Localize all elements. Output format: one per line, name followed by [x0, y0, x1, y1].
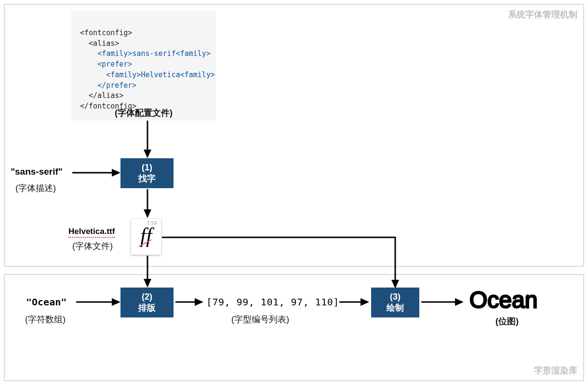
step2-box: (2) 排版 — [120, 288, 174, 317]
code-line: </alias> — [89, 91, 123, 100]
code-line: <fontconfig> — [80, 28, 132, 37]
font-description-caption: (字体描述) — [15, 182, 56, 194]
step1-num: (1) — [120, 162, 174, 173]
code-text: sans-serif — [132, 49, 175, 58]
code-tag: </prefer> — [97, 81, 136, 90]
rendered-bitmap-output: Ocean — [469, 287, 537, 313]
code-text: Helvetica — [141, 70, 180, 79]
chars-caption: (字符数组) — [25, 314, 66, 325]
fontfile-caption: (字体文件) — [72, 240, 113, 252]
ttf-file-icon: TTF ff — [131, 219, 161, 255]
step1-box: (1) 找字 — [120, 158, 174, 188]
font-description-value: "sans-serif" — [11, 166, 63, 177]
step1-label: 找字 — [120, 173, 174, 184]
step2-num: (2) — [120, 291, 174, 302]
code-tag: <family> — [176, 49, 211, 58]
step2-label: 排版 — [120, 302, 174, 314]
glyph-id-list: [79, 99, 101, 97, 110] — [206, 296, 339, 308]
fontfile-name: Helvetica.ttf — [68, 227, 115, 238]
chars-value: "Ocean" — [26, 296, 67, 308]
code-tag: <prefer> — [97, 60, 132, 69]
step3-num: (3) — [371, 291, 419, 302]
region-bottom-label: 字形渲染库 — [534, 365, 577, 376]
code-tag: <family> — [106, 70, 141, 79]
ttf-glyph-preview: ff — [131, 226, 161, 248]
region-top-label: 系统字体管理机制 — [508, 9, 577, 20]
step3-box: (3) 绘制 — [371, 288, 419, 317]
fontconfig-code-block: <fontconfig> <alias> <family>sans-serif<… — [71, 11, 216, 121]
step3-label: 绘制 — [371, 302, 419, 314]
code-tag: <family> — [180, 70, 215, 79]
glyph-list-caption: (字型编号列表) — [231, 314, 289, 325]
code-line: <alias> — [89, 39, 119, 48]
output-caption: (位图) — [495, 316, 519, 327]
code-caption: (字体配置文件) — [105, 107, 182, 119]
code-tag: <family> — [97, 49, 132, 58]
